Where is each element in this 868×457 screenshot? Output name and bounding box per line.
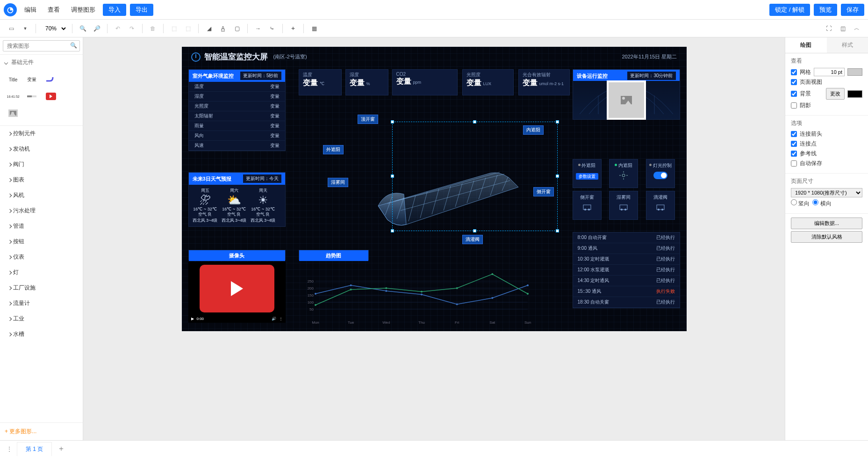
to-front-icon[interactable]: ⬚ <box>168 23 179 34</box>
panel-toggle-icon[interactable]: ◫ <box>837 23 848 34</box>
tag-side-window[interactable]: 侧开窗 <box>533 187 554 196</box>
grid-color-swatch[interactable] <box>847 68 862 76</box>
shape-category[interactable]: 按钮 <box>0 234 83 249</box>
device-card[interactable]: 侧开窗 <box>573 191 602 220</box>
shape-category[interactable]: 风机 <box>0 188 83 203</box>
preview-button[interactable]: 预览 <box>814 4 837 16</box>
shape-progress[interactable] <box>23 89 40 104</box>
bg-change-button[interactable]: 更改 <box>826 88 845 100</box>
collapse-icon[interactable]: ︿ <box>851 23 862 34</box>
weather-day: 周五⛈16℃ ~ 32℃空气 良西北风 3~4级 <box>191 188 220 224</box>
export-button[interactable]: 导出 <box>130 4 153 16</box>
page-tab-1[interactable]: 第 1 页 <box>17 442 52 456</box>
shape-category[interactable]: 灯 <box>0 265 83 280</box>
chk-pageview[interactable] <box>791 79 797 85</box>
clear-style-button[interactable]: 清除默认风格 <box>791 231 862 243</box>
search-input[interactable] <box>3 40 80 51</box>
connector-icon[interactable]: ⤷ <box>266 23 278 34</box>
shape-time[interactable]: 16:41:52 <box>5 89 22 104</box>
video-menu-icon[interactable]: ⋮ <box>279 317 283 321</box>
shape-dropdown-icon[interactable]: ▼ <box>20 23 31 34</box>
tag-drip-valve[interactable]: 滴灌阀 <box>462 235 483 244</box>
menu-view[interactable]: 查看 <box>44 4 64 16</box>
more-shapes-button[interactable]: + 更多图形... <box>0 422 83 440</box>
panel-logs: 8:00 自动开窗已经执行9:00 通风已经执行10:30 定时灌溉已经执行12… <box>573 232 680 308</box>
redo-icon[interactable]: ↷ <box>126 23 137 34</box>
grid-size-input[interactable] <box>814 68 845 76</box>
shape-title[interactable]: Title <box>5 72 22 87</box>
toolbar: ▭ ▼ 70% 🔍 🔎 ↶ ↷ 🗑 ⬚ ⬚ ◢ A ▢ → ⤷ ＋ ▦ ⛶ ◫ … <box>0 20 868 37</box>
shape-category-basic[interactable]: 基础元件 <box>0 55 83 70</box>
shape-category[interactable]: 污水处理 <box>0 203 83 218</box>
shape-category[interactable]: 阀门 <box>0 157 83 172</box>
greenhouse-3d[interactable] <box>359 145 537 239</box>
shape-category[interactable]: 流量计 <box>0 296 83 311</box>
video-play-icon[interactable]: ▶ <box>191 317 194 321</box>
zoom-select[interactable]: 70% <box>41 24 67 33</box>
save-button[interactable]: 保存 <box>841 4 864 16</box>
search-icon[interactable]: 🔍 <box>70 42 77 49</box>
video-time: 0:00 <box>197 317 204 321</box>
chk-point[interactable] <box>791 141 797 147</box>
shape-category[interactable]: 图表 <box>0 172 83 188</box>
table-icon[interactable]: ▦ <box>308 23 320 34</box>
device-card[interactable]: 湿雾间 <box>609 191 638 220</box>
chk-bg[interactable] <box>791 91 797 97</box>
radio-portrait[interactable] <box>791 199 797 205</box>
undo-icon[interactable]: ↶ <box>112 23 123 34</box>
fullscreen-icon[interactable]: ⛶ <box>823 23 834 34</box>
zoom-out-icon[interactable]: 🔎 <box>91 23 102 34</box>
menu-edit[interactable]: 编辑 <box>21 4 40 16</box>
chk-guide[interactable] <box>791 151 797 157</box>
fill-icon[interactable]: ◢ <box>203 23 215 34</box>
zoom-in-icon[interactable]: 🔍 <box>77 23 88 34</box>
bg-color-swatch[interactable] <box>847 90 862 98</box>
add-icon[interactable]: ＋ <box>287 23 299 34</box>
chk-grid[interactable] <box>791 69 797 75</box>
shape-category[interactable]: 管道 <box>0 218 83 234</box>
tag-fog-room[interactable]: 湿雾间 <box>328 178 348 187</box>
delete-icon[interactable]: 🗑 <box>147 23 158 34</box>
shape-category[interactable]: 控制元件 <box>0 126 83 141</box>
tag-top-window[interactable]: 顶开窗 <box>358 115 378 124</box>
edit-data-button[interactable]: 编辑数据... <box>791 218 862 229</box>
menu-adjust[interactable]: 调整图形 <box>67 4 99 16</box>
shape-category[interactable]: 仪表 <box>0 249 83 265</box>
tab-draw[interactable]: 绘图 <box>785 37 827 53</box>
chk-shadow[interactable] <box>791 102 797 109</box>
canvas[interactable]: 智能温室监控大屏 (南区-2号温室) 2022年11月15日 星期二 室外气象环… <box>182 47 687 331</box>
shape-category[interactable]: 发动机 <box>0 141 83 157</box>
tab-style[interactable]: 样式 <box>827 37 868 53</box>
video-player[interactable]: ▶ 0:00 🔊 ⋮ <box>188 262 286 323</box>
shape-line[interactable] <box>43 72 59 87</box>
add-page-button[interactable]: ＋ <box>54 442 69 456</box>
tag-outer-shade[interactable]: 外遮阳 <box>323 145 344 154</box>
page-menu-icon[interactable]: ⋮ <box>4 446 15 452</box>
shape-category[interactable]: 水槽 <box>0 326 83 342</box>
shape-category[interactable]: 工厂设施 <box>0 280 83 296</box>
device-card[interactable]: 内遮阳 <box>609 159 638 188</box>
shape-var[interactable]: 变量 <box>23 72 40 87</box>
play-icon[interactable] <box>231 281 243 296</box>
chk-autosave[interactable] <box>791 160 797 167</box>
canvas-area[interactable]: 智能温室监控大屏 (南区-2号温室) 2022年11月15日 星期二 室外气象环… <box>83 37 785 440</box>
tag-inner-shade[interactable]: 内遮阳 <box>523 125 544 135</box>
text-color-icon[interactable]: A <box>217 23 229 34</box>
chk-arrow[interactable] <box>791 131 797 137</box>
shape-category[interactable]: 工业 <box>0 311 83 326</box>
shape-video[interactable] <box>43 89 59 104</box>
to-back-icon[interactable]: ⬚ <box>182 23 194 34</box>
radio-landscape[interactable] <box>812 199 818 205</box>
device-card[interactable]: 灯光控制 <box>646 159 675 188</box>
arrow-icon[interactable]: → <box>252 23 264 34</box>
pagesize-select[interactable]: 1920 * 1080(推荐尺寸) <box>791 188 862 197</box>
import-button[interactable]: 导入 <box>103 4 126 16</box>
shape-tool[interactable]: ▭ <box>6 23 17 34</box>
device-card[interactable]: 滴灌阀 <box>646 191 675 220</box>
device-card[interactable]: 外遮阳参数设置 <box>573 159 602 188</box>
lock-button[interactable]: 锁定 / 解锁 <box>769 4 810 16</box>
log-row: 9:00 通风已经执行 <box>573 243 680 254</box>
border-icon[interactable]: ▢ <box>231 23 243 34</box>
video-volume-icon[interactable]: 🔊 <box>272 317 276 321</box>
shape-image[interactable] <box>5 106 22 121</box>
